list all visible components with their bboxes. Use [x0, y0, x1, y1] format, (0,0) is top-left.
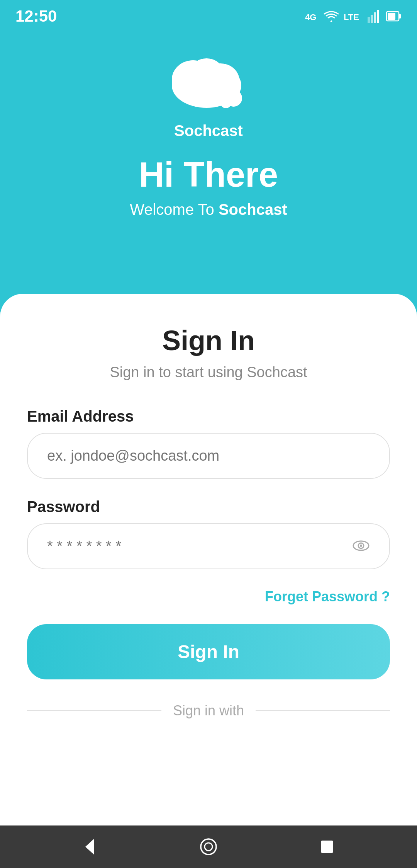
nav-home-button[interactable] — [198, 837, 219, 857]
svg-rect-8 — [388, 13, 395, 20]
svg-text:4G: 4G — [305, 12, 316, 22]
email-label: Email Address — [27, 408, 390, 425]
cloud-logo — [166, 53, 251, 114]
lte-icon: LTE — [344, 9, 363, 23]
svg-point-14 — [220, 97, 231, 108]
password-label: Password — [27, 498, 390, 516]
svg-rect-3 — [371, 15, 373, 23]
sign-in-button[interactable]: Sign In — [27, 624, 390, 679]
nav-back-button[interactable] — [80, 837, 100, 857]
svg-rect-7 — [399, 14, 401, 19]
divider-line-left — [27, 710, 161, 711]
svg-point-20 — [205, 843, 212, 851]
svg-marker-18 — [85, 839, 94, 854]
svg-rect-4 — [374, 12, 376, 23]
bottom-nav-bar — [0, 825, 417, 868]
battery-icon — [386, 9, 402, 23]
greeting-title: Hi There — [139, 155, 278, 195]
svg-rect-21 — [321, 841, 333, 853]
status-icons: 4G LTE — [305, 9, 402, 23]
header-area: Sochcast Hi There Welcome To Sochcast — [0, 29, 417, 257]
password-wrapper — [27, 523, 390, 569]
eye-icon[interactable] — [351, 536, 371, 557]
svg-point-19 — [201, 839, 216, 854]
4g-icon: 4G — [305, 9, 319, 23]
social-divider: Sign in with — [27, 703, 390, 719]
wifi-icon — [324, 9, 339, 23]
svg-point-17 — [360, 545, 362, 547]
svg-rect-5 — [377, 10, 379, 23]
card-subtitle: Sign in to start using Sochcast — [27, 364, 390, 381]
password-input[interactable] — [27, 523, 390, 569]
welcome-brand: Sochcast — [219, 201, 287, 218]
white-card: Sign In Sign in to start using Sochcast … — [0, 294, 417, 825]
welcome-prefix: Welcome To — [130, 201, 219, 218]
divider-text: Sign in with — [173, 703, 244, 719]
status-bar: 12:50 4G LTE — [0, 0, 417, 29]
signal-icon — [368, 9, 381, 23]
divider-line-right — [256, 710, 390, 711]
forget-password-link[interactable]: Forget Password ? — [27, 589, 390, 605]
logo-text: Sochcast — [174, 122, 243, 140]
card-title: Sign In — [27, 325, 390, 356]
svg-text:LTE: LTE — [344, 12, 359, 22]
status-time: 12:50 — [15, 7, 57, 26]
email-input[interactable] — [27, 433, 390, 479]
svg-point-12 — [189, 58, 224, 89]
welcome-text: Welcome To Sochcast — [130, 201, 287, 218]
nav-recent-button[interactable] — [317, 837, 337, 857]
svg-rect-2 — [368, 17, 370, 23]
